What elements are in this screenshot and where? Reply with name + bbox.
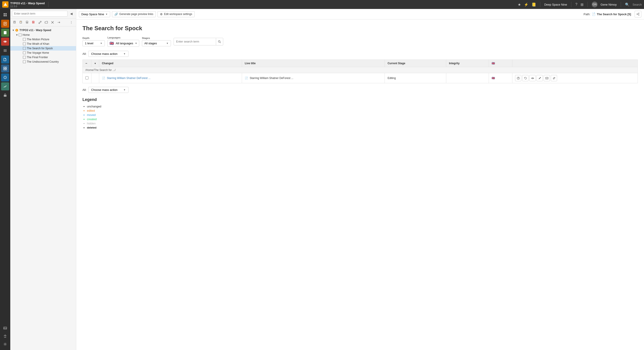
svg-rect-14 [4, 67, 5, 68]
svg-point-53 [518, 77, 518, 78]
row-checkbox[interactable] [85, 76, 88, 79]
tree-item-undiscovered-country[interactable]: The Undiscovered Country [10, 60, 76, 64]
topbar-search-label[interactable]: Search [632, 3, 642, 6]
row-checkbox-cell[interactable] [83, 73, 92, 83]
tree-upload-btn[interactable] [18, 20, 24, 25]
app-logo: TYPO3 v11 - Warp Speed 11.5.0 [2, 1, 45, 8]
mass-action-select-bottom[interactable]: Choose mass action ▼ [88, 87, 128, 93]
expand-icon: ▼ [94, 62, 96, 65]
tree-folder-btn[interactable] [43, 20, 49, 25]
sidebar-item-eye[interactable] [1, 38, 9, 46]
tree-delete-btn[interactable] [31, 20, 37, 25]
sidebar-item-settings[interactable] [1, 340, 9, 348]
tree-item-motion-picture[interactable]: The Motion Picture [10, 37, 76, 42]
svg-rect-40 [23, 47, 26, 50]
main-layout: i ◀ [0, 9, 644, 350]
tree-collapse-btn[interactable]: ◀ [68, 11, 74, 17]
th-lang-flag: 🇬🇧 [492, 62, 495, 65]
tree-root-toggle[interactable]: ▼ [12, 29, 14, 32]
changed-link[interactable]: Starring William Shatner DeForest ... [107, 77, 150, 80]
action-exchange-btn[interactable] [551, 75, 557, 81]
tree-search-input[interactable] [12, 11, 68, 17]
th-select-all[interactable]: − [83, 60, 92, 67]
app-version: 11.5.0 [10, 5, 45, 8]
workspace-label[interactable]: Deep Space Nine [544, 3, 567, 6]
tree-arrows-btn[interactable] [56, 20, 62, 25]
tree-panel: ◀ [10, 9, 76, 350]
sidebar-item-chart[interactable] [1, 82, 9, 90]
svg-rect-9 [4, 31, 6, 34]
user-name[interactable]: Gene Nimoy [601, 3, 617, 6]
tree-root-item[interactable]: ▼ T TYPO3 v11 - Warp Speed [10, 28, 76, 33]
path-page-icon: 📄 [592, 12, 596, 16]
generate-preview-btn[interactable]: 🔗 Generate page preview links [112, 11, 156, 17]
table-row: 📄 Starring William Shatner DeForest ... … [83, 73, 638, 83]
stages-filter: Stages All stages ▼ [142, 37, 171, 46]
tree-item-search-for-spock[interactable]: The Search for Spock [10, 46, 76, 51]
table-body: /Home/The Search for .../ 📄 Starring Wil… [83, 67, 638, 83]
edit-workspace-btn[interactable]: ⚙ Edit workspace settings [158, 11, 195, 17]
live-title-text: Starring William Shatner DeForest ... [250, 77, 294, 80]
action-refresh-btn[interactable] [522, 75, 528, 81]
table-header: − ▼ Changed Live title Current Stage [83, 60, 638, 67]
btn-preview-label: Generate page preview links [119, 13, 153, 16]
sidebar-item-deploy[interactable] [1, 332, 9, 340]
filters-bar: Depth 1 level ▼ Languages 🇬🇧 All languag… [82, 36, 638, 47]
tree-toolbar: ⋮ [10, 19, 76, 26]
mass-action-placeholder-bottom: Choose mass action [91, 88, 118, 92]
tree-cut-btn[interactable] [50, 20, 56, 25]
icon-sidebar: i [0, 9, 10, 350]
mass-action-select-top[interactable]: Choose mass action ▼ [88, 51, 128, 57]
topbar-divider2 [540, 2, 540, 7]
legend-item-edited: edited [87, 109, 638, 112]
action-send-btn[interactable] [544, 75, 550, 81]
topbar-search-icon[interactable]: 🔍 [625, 3, 630, 7]
bolt-icon[interactable]: ⚡ [524, 3, 528, 7]
tree-download-btn[interactable] [24, 20, 30, 25]
th-expand[interactable]: ▼ [92, 60, 99, 67]
help-icon[interactable]: ? [576, 3, 578, 7]
workspace-selector[interactable]: Deep Space Nine ▼ [79, 11, 110, 17]
tree-item-wrath-of-khan[interactable]: The Wrath of Khan [10, 42, 76, 46]
action-edit-btn[interactable] [536, 75, 543, 81]
workspaces-table: − ▼ Changed Live title Current Stage [82, 60, 638, 83]
workspace-selector-arrow: ▼ [106, 13, 108, 16]
tree-item-voyage-home[interactable]: The Voyage Home [10, 51, 76, 55]
action-info-btn[interactable] [515, 75, 521, 81]
tree-more-btn[interactable]: ⋮ [68, 20, 74, 25]
sidebar-item-gallery[interactable] [1, 324, 9, 332]
sidebar-item-workspaces[interactable] [1, 64, 9, 73]
tree-home-toggle[interactable]: ▼ [16, 34, 18, 36]
svg-rect-4 [5, 15, 7, 16]
action-preview-btn[interactable] [529, 75, 536, 81]
svg-rect-3 [4, 15, 5, 16]
sidebar-item-extension[interactable] [1, 91, 9, 99]
sidebar-item-document[interactable] [1, 29, 9, 37]
star-icon[interactable]: ★ [518, 3, 521, 7]
sidebar-item-page[interactable] [1, 20, 9, 28]
search-input[interactable] [174, 39, 216, 44]
depth-select[interactable]: 1 level ▼ [82, 40, 105, 46]
legend-edited-label: edited [87, 109, 95, 112]
row-lang-cell: 🇬🇧 [489, 73, 512, 83]
stages-select[interactable]: All stages ▼ [142, 40, 171, 46]
tree-item-voyage-home-label: The Voyage Home [27, 51, 49, 54]
tree-item-final-frontier[interactable]: The Final Frontier [10, 55, 76, 60]
sidebar-item-grid[interactable] [1, 11, 9, 19]
stages-value: All stages [144, 42, 157, 45]
sidebar-item-info[interactable]: i [1, 73, 9, 81]
notebook-icon[interactable]: 📒 [532, 3, 536, 7]
sidebar-item-file[interactable] [1, 56, 9, 64]
languages-select[interactable]: 🇬🇧 All languages ▼ [108, 40, 139, 47]
user-avatar[interactable]: GN [592, 2, 598, 7]
live-title-icon: 📄 [245, 77, 248, 80]
system-icon[interactable]: ⊞ [580, 3, 584, 7]
tree-link-btn[interactable] [37, 20, 43, 25]
search-btn[interactable] [216, 38, 223, 45]
svg-rect-15 [5, 67, 7, 68]
sidebar-item-list[interactable] [1, 47, 9, 55]
share-btn[interactable] [634, 11, 641, 18]
tree-new-page-btn[interactable] [12, 20, 18, 25]
svg-line-50 [220, 42, 221, 43]
tree-item-home[interactable]: ▼ Home [10, 33, 76, 37]
